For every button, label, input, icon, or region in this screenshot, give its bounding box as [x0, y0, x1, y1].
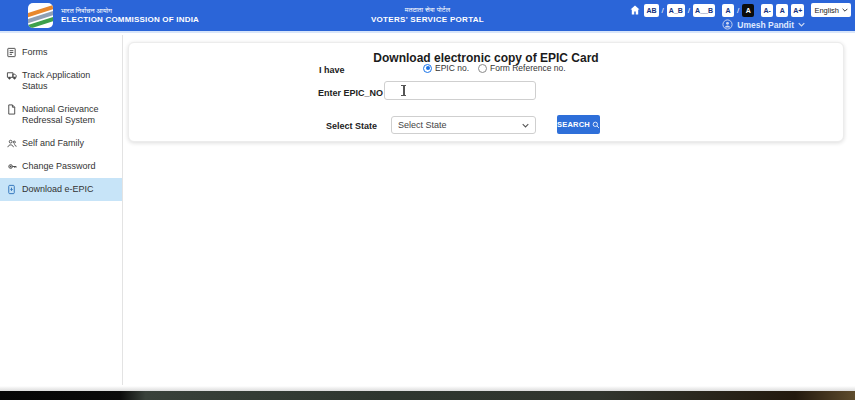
text-spacing-medium-button[interactable]: A_B — [667, 4, 685, 17]
user-menu[interactable]: Umesh Pandit — [722, 19, 805, 30]
epic-no-label: Enter EPIC_NO — [318, 88, 383, 98]
sidebar-item-label: Download e-EPIC — [22, 184, 94, 195]
id-type-radio-group: EPIC no. Form Reference no. — [423, 63, 566, 73]
contrast-dark-button[interactable]: A — [742, 4, 754, 17]
sidebar-item-change-password[interactable]: Change Password — [0, 155, 122, 178]
language-select[interactable]: English — [811, 3, 851, 17]
sidebar-item-label: National Grievance Redressal System — [22, 104, 116, 126]
i-have-label: I have — [319, 65, 345, 75]
sidebar-item-download-e-epic[interactable]: Download e-EPIC — [0, 178, 122, 201]
epic-no-input[interactable] — [384, 81, 536, 100]
sidebar-nav: Forms Track Application Status National … — [0, 35, 123, 385]
sidebar-item-label: Change Password — [22, 161, 96, 172]
search-button[interactable]: SEARCH — [557, 115, 600, 134]
state-label: Select State — [326, 121, 377, 131]
document-icon — [6, 104, 18, 115]
user-name: Umesh Pandit — [737, 20, 794, 30]
sidebar-item-self-and-family[interactable]: Self and Family — [0, 132, 122, 155]
chevron-down-icon — [842, 8, 848, 12]
font-decrease-button[interactable]: A- — [761, 4, 773, 17]
main-content: Download electronic copy of EPIC Card I … — [124, 35, 855, 385]
search-button-label: SEARCH — [557, 120, 590, 129]
user-avatar-icon — [722, 19, 733, 30]
accessibility-toolbar: AB / A_B / A__B A / A A- A A+ English — [628, 3, 851, 17]
separator: / — [662, 6, 664, 15]
truck-icon — [6, 70, 18, 81]
separator: / — [737, 6, 739, 15]
sidebar-item-national-grievance-redressal-system[interactable]: National Grievance Redressal System — [0, 98, 122, 132]
sidebar-item-track-application-status[interactable]: Track Application Status — [0, 64, 122, 98]
header-controls: AB / A_B / A__B A / A A- A A+ English — [628, 3, 851, 30]
contrast-normal-button[interactable]: A — [722, 4, 734, 17]
separator: / — [688, 6, 690, 15]
download-epic-card: Download electronic copy of EPIC Card I … — [128, 42, 844, 142]
radio-epic-no[interactable]: EPIC no. — [423, 63, 469, 73]
radio-label: Form Reference no. — [490, 63, 566, 73]
chevron-down-icon — [798, 22, 805, 27]
radio-unselected-icon — [478, 64, 487, 73]
state-select[interactable]: Select State — [391, 116, 536, 134]
radio-selected-icon — [423, 64, 432, 73]
sidebar-item-label: Forms — [22, 47, 48, 58]
chevron-down-icon — [522, 123, 529, 128]
bottom-screen-edge — [0, 391, 855, 400]
app-header: भारत निर्वाचन आयोग ELECTION COMMISSION O… — [0, 0, 855, 33]
home-icon[interactable] — [628, 4, 641, 17]
search-icon — [592, 121, 600, 129]
password-gear-icon — [6, 161, 18, 172]
font-normal-button[interactable]: A — [776, 4, 788, 17]
forms-icon — [6, 47, 18, 58]
radio-form-reference-no[interactable]: Form Reference no. — [478, 63, 566, 73]
page: भारत निर्वाचन आयोग ELECTION COMMISSION O… — [0, 0, 855, 400]
radio-label: EPIC no. — [435, 63, 469, 73]
sidebar-item-label: Track Application Status — [22, 70, 116, 92]
people-icon — [6, 138, 18, 149]
state-select-value: Select State — [398, 120, 447, 130]
font-increase-button[interactable]: A+ — [791, 4, 804, 17]
language-select-value: English — [814, 6, 839, 15]
epic-card-icon — [6, 184, 18, 195]
sidebar-item-forms[interactable]: Forms — [0, 41, 122, 64]
text-spacing-normal-button[interactable]: AB — [644, 4, 658, 17]
sidebar-item-label: Self and Family — [22, 138, 84, 149]
text-spacing-wide-button[interactable]: A__B — [693, 4, 715, 17]
